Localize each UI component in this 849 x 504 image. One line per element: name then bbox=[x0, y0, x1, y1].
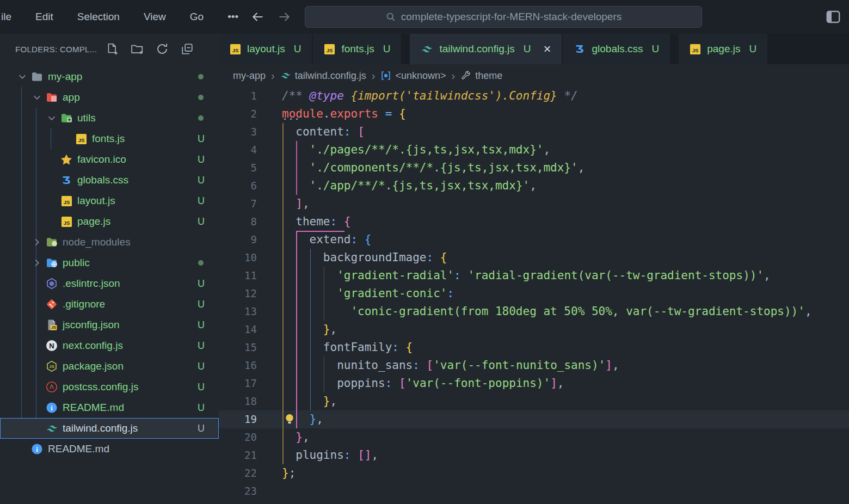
tree-item-utils[interactable]: utils bbox=[0, 108, 219, 128]
tree-item-globals-css[interactable]: Ʒglobals.cssU bbox=[0, 170, 219, 190]
code-text: module.exports = { bbox=[282, 105, 406, 123]
code-text: poppins: ['var(--font-poppins)'], bbox=[282, 374, 564, 392]
tree-item-next-config-js[interactable]: Nnext.config.jsU bbox=[0, 335, 219, 356]
new-file-button[interactable] bbox=[106, 42, 119, 56]
tree-item-tailwind-config-js[interactable]: tailwind.config.jsU bbox=[0, 418, 219, 439]
chevron-right-icon[interactable] bbox=[32, 257, 42, 268]
tree-item-my-app[interactable]: my-app bbox=[0, 66, 219, 87]
chevron-right-icon[interactable] bbox=[32, 237, 42, 248]
code-line-5[interactable]: 5 './components/**/*.{js,ts,jsx,tsx,mdx}… bbox=[219, 159, 849, 177]
code-line-9[interactable]: 9 extend: { bbox=[219, 231, 849, 249]
git-status-badge: U bbox=[198, 133, 205, 145]
eslint-icon bbox=[44, 278, 59, 290]
tree-item-node-modules[interactable]: node_modules bbox=[0, 232, 219, 253]
tree-item-favicon-ico[interactable]: favicon.icoU bbox=[0, 149, 219, 170]
code-line-17[interactable]: 17 poppins: ['var(--font-poppins)'], bbox=[219, 374, 849, 392]
new-folder-button[interactable] bbox=[131, 42, 144, 56]
menu-item-go[interactable]: Go bbox=[190, 11, 204, 23]
code-line-14[interactable]: 14 }, bbox=[219, 321, 849, 339]
menu-item-file[interactable]: ile bbox=[1, 11, 11, 23]
code-line-15[interactable]: 15 fontFamily: { bbox=[219, 339, 849, 357]
tree-item-jsconfig-json[interactable]: JSjsconfig.jsonU bbox=[0, 315, 219, 335]
wrench-icon bbox=[460, 70, 471, 81]
chevron-down-icon[interactable] bbox=[46, 113, 57, 124]
menu-item-view[interactable]: View bbox=[144, 11, 166, 23]
tree-item-package-json[interactable]: JSpackage.jsonU bbox=[0, 356, 219, 377]
code-text: }, bbox=[282, 392, 337, 410]
tree-item-label: app bbox=[63, 91, 80, 103]
code-line-1[interactable]: 1/** @type {import('tailwindcss').Config… bbox=[219, 87, 849, 105]
code-line-16[interactable]: 16 nunito_sans: ['var(--font-nunito_sans… bbox=[219, 357, 849, 374]
breadcrumb-separator: › bbox=[452, 70, 456, 82]
code-line-11[interactable]: 11 'gradient-radial': 'radial-gradient(v… bbox=[219, 267, 849, 285]
breadcrumb-item-folder[interactable]: my-app bbox=[233, 70, 266, 82]
code-line-20[interactable]: 20 }, bbox=[219, 428, 849, 446]
tab-page-js[interactable]: JSpage.jsU bbox=[679, 34, 767, 64]
quick-fix-lightbulb[interactable] bbox=[283, 413, 296, 426]
tree-item-fonts-js[interactable]: JSfonts.jsU bbox=[0, 128, 219, 149]
tab-layout-js[interactable]: JSlayout.jsU bbox=[219, 34, 312, 64]
close-icon[interactable]: × bbox=[543, 42, 551, 56]
code-line-12[interactable]: 12 'gradient-conic': bbox=[219, 285, 849, 303]
tree-item-public[interactable]: public bbox=[0, 253, 219, 273]
forward-button[interactable] bbox=[278, 10, 292, 24]
tree-item-README-md[interactable]: iREADME.md bbox=[0, 439, 219, 459]
code-line-10[interactable]: 10 backgroundImage: { bbox=[219, 249, 849, 267]
tab-tailwind-config-js[interactable]: tailwind.config.jsU× bbox=[410, 34, 562, 64]
code-line-4[interactable]: 4 './pages/**/*.{js,ts,jsx,tsx,mdx}', bbox=[219, 141, 849, 159]
js-icon: JS bbox=[73, 133, 89, 145]
menu-item-edit[interactable]: Edit bbox=[35, 11, 53, 23]
git-status-badge: U bbox=[198, 402, 205, 414]
git-status-badge: U bbox=[198, 340, 205, 352]
postcss-icon bbox=[44, 381, 59, 393]
refresh-button[interactable] bbox=[156, 42, 169, 56]
code-line-3[interactable]: 3 content: [ bbox=[219, 123, 849, 141]
css-icon: Ʒ bbox=[574, 43, 586, 55]
code-line-8[interactable]: 8 theme: { bbox=[219, 213, 849, 231]
layout-sidebar-toggle-button[interactable] bbox=[826, 10, 840, 24]
breadcrumb-item-symbol-theme[interactable]: theme bbox=[460, 70, 502, 82]
chevron-down-icon[interactable] bbox=[17, 71, 28, 82]
history-nav bbox=[250, 0, 292, 34]
tree-item-README-md[interactable]: iREADME.mdU bbox=[0, 397, 219, 418]
chevron-down-icon[interactable] bbox=[32, 92, 42, 103]
line-number: 21 bbox=[219, 446, 282, 464]
menu-item-selection[interactable]: Selection bbox=[77, 11, 120, 23]
code-line-22[interactable]: 22}; bbox=[219, 464, 849, 482]
code-line-6[interactable]: 6 './app/**/*.{js,ts,jsx,tsx,mdx}', bbox=[219, 177, 849, 195]
breadcrumb-item-symbol-unknown[interactable]: <unknown> bbox=[380, 70, 446, 82]
tree-item-label: next.config.js bbox=[63, 340, 123, 352]
code-text: './pages/**/*.{js,ts,jsx,tsx,mdx}', bbox=[282, 141, 550, 159]
tree-item-app[interactable]: app bbox=[0, 87, 219, 108]
collapse-all-button[interactable] bbox=[181, 42, 194, 56]
tailwind-icon bbox=[44, 422, 59, 435]
code-line-19[interactable]: 19 }, bbox=[219, 410, 849, 428]
tab-fonts-js[interactable]: JSfonts.jsU bbox=[313, 34, 401, 64]
code-line-23[interactable]: 23 bbox=[219, 482, 849, 500]
back-button[interactable] bbox=[250, 10, 264, 24]
tree-item-page-js[interactable]: JSpage.jsU bbox=[0, 211, 219, 232]
breadcrumb-item-file[interactable]: tailwind.config.js bbox=[280, 70, 366, 82]
command-center-search[interactable]: complete-typescript-for-MERN-stack-devel… bbox=[305, 6, 702, 28]
tree-item--gitignore[interactable]: .gitignoreU bbox=[0, 294, 219, 315]
menu-item-more[interactable]: ••• bbox=[227, 11, 238, 23]
svg-text:JS: JS bbox=[63, 219, 70, 225]
search-value: complete-typescript-for-MERN-stack-devel… bbox=[401, 11, 622, 23]
header-row: FOLDERS: COMPL... JSlayout.jsUJSfonts.js… bbox=[0, 34, 849, 64]
code-line-7[interactable]: 7 ], bbox=[219, 195, 849, 213]
explorer-section-header[interactable]: FOLDERS: COMPL... bbox=[0, 34, 219, 64]
code-line-18[interactable]: 18 }, bbox=[219, 392, 849, 410]
tree-item-postcss-config-js[interactable]: postcss.config.jsU bbox=[0, 377, 219, 397]
tree-item--eslintrc-json[interactable]: .eslintrc.jsonU bbox=[0, 273, 219, 294]
tree-item-layout-js[interactable]: JSlayout.jsU bbox=[0, 190, 219, 211]
code-line-13[interactable]: 13 'conic-gradient(from 180deg at 50% 50… bbox=[219, 303, 849, 321]
code-line-21[interactable]: 21 plugins: [], bbox=[219, 446, 849, 464]
git-status-dot bbox=[198, 74, 204, 79]
tailwind-icon bbox=[421, 43, 433, 56]
code-editor[interactable]: 1/** @type {import('tailwindcss').Config… bbox=[219, 87, 849, 504]
code-text: 'gradient-radial': 'radial-gradient(var(… bbox=[282, 267, 771, 285]
tree-item-label: layout.js bbox=[77, 195, 115, 207]
code-line-2[interactable]: 2module.exports = { bbox=[219, 105, 849, 123]
line-number: 23 bbox=[219, 482, 282, 500]
tab-globals-css[interactable]: Ʒglobals.cssU bbox=[563, 34, 670, 64]
